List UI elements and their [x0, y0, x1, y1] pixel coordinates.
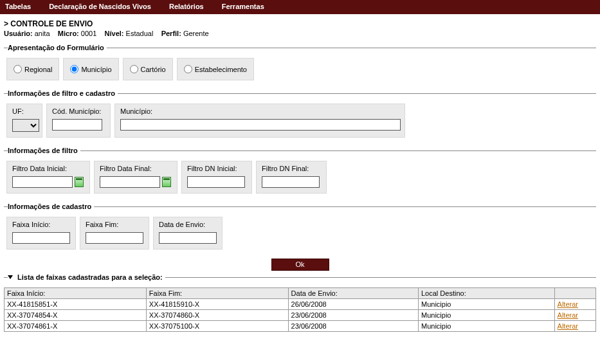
alterar-link[interactable]: Alterar — [558, 300, 578, 308]
filtro-data-final-input[interactable] — [100, 176, 160, 188]
apresentacao-fieldset: Apresentação do Formulário Regional Muni… — [4, 44, 596, 80]
micro-value: 0001 — [81, 30, 96, 37]
filtro-dn-inicial-input[interactable] — [187, 176, 245, 188]
table-row: XX-41815851-XXX-41815910-X26/06/2008Muni… — [5, 299, 596, 310]
filtro-dn-final-label: Filtro DN Final: — [262, 165, 321, 172]
data-envio-input[interactable] — [159, 232, 217, 244]
cadastro-fieldset: Informações de cadastro Faixa Início: Fa… — [4, 203, 596, 250]
cell-action: Alterar — [554, 310, 595, 321]
radio-municipio-input[interactable] — [70, 65, 78, 73]
cell-data-envio: 23/06/2008 — [288, 321, 418, 332]
cadastro-legend: Informações de cadastro — [8, 203, 94, 210]
radio-regional-input[interactable] — [14, 65, 22, 73]
cell-faixa-inicio: XX-37074854-X — [5, 310, 147, 321]
filtro-cadastro-legend: Informações de filtro e cadastro — [8, 89, 118, 97]
nivel-value: Estadual — [126, 30, 154, 37]
table-row: XX-37074854-XXX-37074860-X23/06/2008Muni… — [5, 310, 596, 321]
lista-legend: Lista de faixas cadastradas para a seleç… — [17, 273, 163, 281]
uf-label: UF: — [12, 107, 37, 115]
menu-declaracao[interactable]: Declaração de Nascidos Vivos — [49, 3, 151, 10]
col-data-envio: Data de Envio: — [288, 288, 418, 299]
faixas-table: Faixa Início: Faixa Fim: Data de Envio: … — [4, 287, 596, 332]
cell-action: Alterar — [554, 299, 595, 310]
col-faixa-inicio: Faixa Início: — [5, 288, 147, 299]
cell-local-destino: Municipio — [418, 310, 554, 321]
faixa-inicio-label: Faixa Início: — [12, 221, 70, 228]
radio-municipio-label: Município — [81, 66, 111, 73]
radio-cartorio-label: Cartório — [141, 66, 166, 73]
radio-cartorio[interactable]: Cartório — [123, 58, 173, 80]
faixa-fim-input[interactable] — [86, 232, 143, 244]
perfil-label: Perfil: — [161, 30, 181, 37]
apresentacao-legend: Apresentação do Formulário — [8, 44, 107, 51]
filtro-cadastro-fieldset: Informações de filtro e cadastro UF: Cód… — [4, 89, 596, 138]
menu-relatorios[interactable]: Relatórios — [169, 3, 204, 10]
ok-button[interactable]: Ok — [271, 259, 329, 271]
cell-faixa-inicio: XX-41815851-X — [5, 299, 147, 310]
radio-estabelecimento[interactable]: Estabelecimento — [177, 58, 254, 80]
calendar-icon[interactable] — [75, 177, 84, 187]
radio-municipio[interactable]: Município — [63, 58, 118, 80]
radio-estabelecimento-label: Estabelecimento — [195, 66, 247, 73]
nivel-label: Nível: — [105, 30, 124, 37]
alterar-link[interactable]: Alterar — [558, 311, 578, 319]
cell-data-envio: 26/06/2008 — [288, 299, 418, 310]
faixa-fim-label: Faixa Fim: — [86, 221, 143, 228]
radio-cartorio-input[interactable] — [130, 65, 138, 73]
municipio-label: Município: — [120, 107, 399, 115]
col-local-destino: Local Destino: — [418, 288, 554, 299]
perfil-value: Gerente — [183, 30, 209, 37]
top-menu: Tabelas Declaração de Nascidos Vivos Rel… — [0, 0, 600, 14]
filtro-legend: Informações de filtro — [8, 147, 80, 154]
page-title: > CONTROLE DE ENVIO — [4, 19, 596, 28]
codmun-input[interactable] — [52, 119, 102, 131]
data-envio-label: Data de Envio: — [159, 221, 217, 228]
cell-faixa-fim: XX-37075100-X — [146, 321, 288, 332]
radio-regional[interactable]: Regional — [6, 58, 59, 80]
alterar-link[interactable]: Alterar — [558, 322, 578, 330]
cell-faixa-inicio: XX-37074861-X — [5, 321, 147, 332]
col-action — [554, 288, 595, 299]
usuario-value: anita — [35, 30, 50, 37]
cell-action: Alterar — [554, 321, 595, 332]
lista-heading-wrap: Lista de faixas cadastradas para a seleç… — [4, 277, 596, 287]
filtro-dn-inicial-label: Filtro DN Inicial: — [187, 165, 246, 172]
municipio-input[interactable] — [120, 119, 401, 131]
cell-faixa-fim: XX-41815910-X — [146, 299, 288, 310]
faixa-inicio-input[interactable] — [12, 232, 70, 244]
filtro-fieldset: Informações de filtro Filtro Data Inicia… — [4, 147, 596, 194]
filtro-data-final-label: Filtro Data Final: — [100, 165, 172, 172]
table-row: XX-37074861-XXX-37075100-X23/06/2008Muni… — [5, 321, 596, 332]
cell-data-envio: 23/06/2008 — [288, 310, 418, 321]
uf-select[interactable] — [12, 119, 39, 132]
usuario-label: Usuário: — [4, 30, 33, 37]
chevron-down-icon — [8, 275, 13, 279]
filtro-data-inicial-label: Filtro Data Inicial: — [12, 165, 84, 172]
menu-ferramentas[interactable]: Ferramentas — [222, 3, 264, 10]
menu-tabelas[interactable]: Tabelas — [5, 3, 31, 10]
filtro-dn-final-input[interactable] — [262, 176, 320, 188]
user-line: Usuário: anita Micro: 0001 Nível: Estadu… — [4, 30, 596, 37]
micro-label: Micro: — [58, 30, 79, 37]
codmun-label: Cód. Município: — [52, 107, 105, 115]
radio-regional-label: Regional — [24, 66, 52, 73]
radio-estabelecimento-input[interactable] — [184, 65, 192, 73]
cell-local-destino: Municipio — [418, 299, 554, 310]
filtro-data-inicial-input[interactable] — [12, 176, 73, 188]
cell-faixa-fim: XX-37074860-X — [146, 310, 288, 321]
col-faixa-fim: Faixa Fim: — [146, 288, 288, 299]
cell-local-destino: Municipio — [418, 321, 554, 332]
calendar-icon[interactable] — [162, 177, 171, 187]
